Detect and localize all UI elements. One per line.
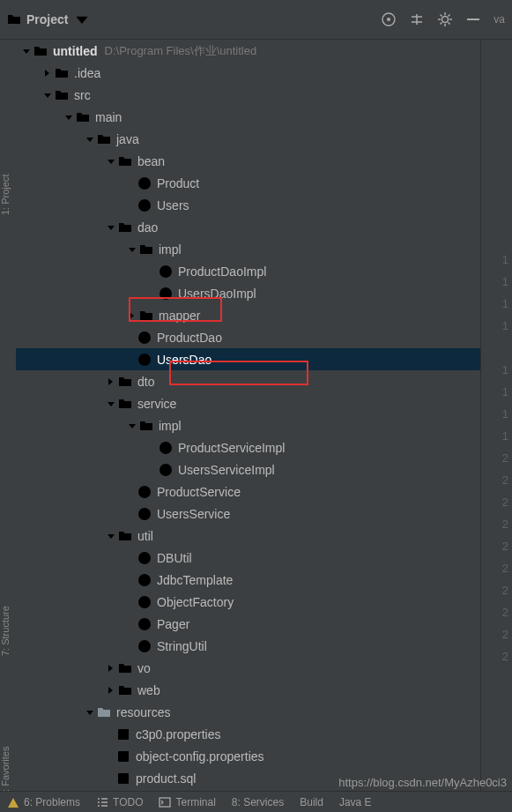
tree-item-idea[interactable]: .idea [16,62,511,84]
tree-item-dbutil[interactable]: DBUtil [16,547,511,569]
bottom-javae[interactable]: Java E [339,796,372,808]
list-icon [96,796,108,808]
chevron-down-icon[interactable] [106,531,116,541]
chevron-down-icon[interactable] [85,707,95,718]
tree-item-java[interactable]: java [16,128,511,150]
tree-item-productservice[interactable]: ProductService [16,480,511,503]
class-icon [159,463,173,477]
target-icon[interactable] [381,11,397,27]
tree-item-usersserviceimpl[interactable]: UsersServiceImpl [16,458,511,480]
tree-item-c3p0[interactable]: c3p0.properties [16,723,511,745]
package-icon [139,242,153,257]
tree-item-jdbctemplate[interactable]: JdbcTemplate [16,569,511,591]
chevron-down-icon[interactable] [106,399,116,409]
chevron-right-icon[interactable] [127,310,137,321]
class-icon [159,264,173,279]
chevron-down-icon[interactable] [85,134,95,145]
chevron-down-icon[interactable] [21,46,32,56]
tree-item-dto[interactable]: dto [16,370,511,392]
tree-item-productdaoimpl[interactable]: ProductDaoImpl [16,260,511,282]
tree-item-vo[interactable]: vo [16,657,511,679]
bottom-toolbar: 6: Problems TODO Terminal 8: Services Bu… [0,791,512,812]
terminal-icon [159,796,171,808]
tree-item-product[interactable]: Product [16,172,511,194]
package-icon [118,220,132,235]
tree-item-stringutil[interactable]: StringUtil [16,635,511,657]
tree-item-main[interactable]: main [16,106,511,128]
bottom-build[interactable]: Build [300,796,323,808]
module-icon [33,44,48,58]
class-icon [137,639,152,653]
package-icon [118,661,132,675]
tree-item-dao-impl[interactable]: impl [16,238,511,260]
package-icon [118,375,132,389]
project-dropdown[interactable]: Project [7,11,91,28]
minimize-icon[interactable] [465,11,481,27]
interface-icon [137,331,152,345]
properties-file-icon [116,727,130,741]
tree-item-web[interactable]: web [16,679,511,701]
tree-item-dao[interactable]: dao [16,216,511,238]
chevron-down-icon[interactable] [106,222,116,233]
gear-icon[interactable] [437,11,453,27]
collapse-icon[interactable] [409,11,425,27]
package-icon [139,309,153,323]
bottom-terminal[interactable]: Terminal [159,796,215,808]
chevron-right-icon[interactable] [106,376,116,387]
chevron-right-icon[interactable] [42,68,53,78]
tree-item-usersdao[interactable]: UsersDao [16,348,511,370]
chevron-down-icon[interactable] [106,156,116,167]
tree-item-util[interactable]: util [16,525,511,547]
interface-icon [137,353,152,367]
tree-item-usersservice[interactable]: UsersService [16,503,511,525]
tree-item-productdao[interactable]: ProductDao [16,326,511,348]
package-icon [139,419,153,433]
warning-icon [7,796,19,808]
project-tree: untitledD:\Program Files\作业\untitled .id… [16,40,512,791]
tree-item-resources[interactable]: resources [16,701,511,723]
bottom-problems[interactable]: 6: Problems [7,796,80,808]
class-icon [137,573,152,587]
tree-item-productserviceimpl[interactable]: ProductServiceImpl [16,436,511,458]
class-icon [159,441,173,455]
class-icon [137,617,152,631]
watermark: https://blog.csdn.net/MyAzhe0ci3 [338,776,507,789]
package-icon [118,529,132,543]
tree-item-src[interactable]: src [16,84,511,106]
chevron-right-icon[interactable] [106,663,116,674]
bottom-todo[interactable]: TODO [96,796,143,808]
sidebar-tab-project[interactable]: 1: Project [0,44,16,220]
chevron-down-icon[interactable] [42,90,53,101]
tree-item-pager[interactable]: Pager [16,613,511,635]
tree-item-mapper[interactable]: mapper [16,304,511,326]
interface-icon [137,485,152,499]
folder-icon [76,110,90,124]
project-label: Project [26,12,68,26]
tree-item-objectfactory[interactable]: ObjectFactory [16,591,511,613]
toolbar-right-text: va [493,13,505,26]
chevron-down-icon[interactable] [127,421,137,431]
project-icon [7,12,21,26]
chevron-right-icon[interactable] [106,685,116,696]
tree-item-bean[interactable]: bean [16,150,511,172]
properties-file-icon [116,749,130,764]
tree-item-service[interactable]: service [16,392,511,414]
chevron-down-icon[interactable] [127,244,137,255]
project-toolbar: Project va [0,0,512,40]
class-icon [137,595,152,609]
dropdown-icon [73,11,91,28]
package-icon [118,683,132,697]
source-folder-icon [97,132,111,146]
interface-icon [137,507,152,521]
tree-item-objectconfig[interactable]: object-config.properties [16,745,511,767]
bottom-services[interactable]: 8: Services [232,796,284,808]
sql-file-icon [116,771,130,786]
tree-item-service-impl[interactable]: impl [16,414,511,436]
resources-folder-icon [97,705,111,719]
tree-item-usersdaoimpl[interactable]: UsersDaoImpl [16,282,511,304]
folder-icon [55,88,69,102]
tree-root[interactable]: untitledD:\Program Files\作业\untitled [16,40,511,62]
chevron-down-icon[interactable] [63,112,74,123]
package-icon [118,397,132,411]
tree-item-users[interactable]: Users [16,194,511,216]
